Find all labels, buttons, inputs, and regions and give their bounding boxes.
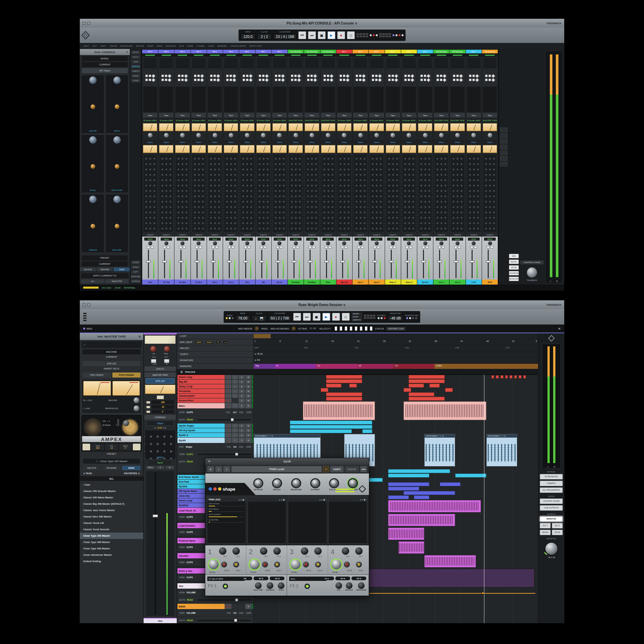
- solo-button[interactable]: S: [238, 389, 245, 393]
- knob-icon[interactable]: [89, 196, 97, 203]
- global-indicators[interactable]: [370, 34, 378, 36]
- tags-toggle[interactable]: ∨ TAGS: [83, 472, 92, 475]
- play-button[interactable]: ▶: [322, 313, 330, 321]
- io-buttons[interactable]: [309, 246, 315, 248]
- fx2-value[interactable]: 50 %: [335, 577, 350, 580]
- tape-section-label[interactable]: Tape: [272, 113, 287, 117]
- saturation-knob[interactable]: [449, 131, 465, 139]
- clip[interactable]: [326, 384, 341, 388]
- record-arm-button[interactable]: ●: [225, 375, 231, 379]
- mixer-channel-strip[interactable]: MIX 2 Tape B Studer A800 Vision: [256, 50, 271, 285]
- console-section-label[interactable]: Vision: [175, 140, 190, 144]
- plugin-power-button[interactable]: ⏻: [323, 466, 329, 472]
- tape-machine-select[interactable]: B Studer A800: [402, 118, 416, 122]
- tape-section-label[interactable]: Tape: [483, 113, 497, 117]
- pan-knob-icon[interactable]: [439, 241, 443, 245]
- mute-button[interactable]: M: [245, 433, 252, 437]
- inserts-slot[interactable]: [337, 57, 352, 69]
- clip[interactable]: INSTRUMENT ⠇♪⠇ G: [424, 434, 455, 466]
- monitor-output-button[interactable]: MONITOR: [540, 516, 563, 522]
- tape-machine-select[interactable]: B Studer A800: [369, 118, 384, 122]
- volume-fader[interactable]: [197, 620, 251, 621]
- channel-name[interactable]: Keys 2: [401, 280, 417, 285]
- pan-knob-icon[interactable]: [359, 241, 363, 245]
- power-button[interactable]: [83, 444, 90, 450]
- tape-power-button[interactable]: [157, 395, 164, 399]
- inserts-slot[interactable]: [175, 57, 190, 69]
- tape-section-label[interactable]: Tape: [450, 113, 465, 117]
- bpm-value[interactable]: 78.00: [235, 315, 250, 321]
- saturation-knob[interactable]: [288, 131, 304, 139]
- clip[interactable]: [349, 384, 357, 388]
- solo-button[interactable]: S: [238, 433, 245, 437]
- console-module[interactable]: HP/LP FILTER: [105, 135, 128, 193]
- rename-button[interactable]: RENAME: [97, 267, 113, 271]
- toolbar-item[interactable]: CUT: [92, 45, 97, 47]
- level-knob[interactable]: [290, 559, 301, 569]
- preset-list-item[interactable]: Classic Vocal Smooth: [80, 526, 143, 533]
- preset-list-item[interactable]: Classic Nice 456 Master: [80, 513, 143, 520]
- sends-section[interactable]: [337, 86, 352, 112]
- toolbar-item[interactable]: SNAP: [147, 45, 153, 47]
- bypass-switch[interactable]: BYPASS: [103, 424, 111, 426]
- mute-button[interactable]: M: [245, 604, 252, 609]
- preset-list-item[interactable]: › User: [80, 482, 143, 488]
- track-name[interactable]: Synth Organ: [177, 424, 225, 428]
- console-section-label[interactable]: Vision: [402, 140, 416, 144]
- fx2-send-knob[interactable]: [273, 547, 281, 555]
- clip[interactable]: [404, 388, 411, 392]
- sends-section[interactable]: [192, 86, 206, 112]
- input-button[interactable]: I: [232, 433, 238, 437]
- record-arm-button[interactable]: SPILL: [225, 398, 231, 403]
- inserts-slot[interactable]: [208, 57, 222, 69]
- console-section-label[interactable]: Vision: [369, 140, 384, 144]
- apply-all-button[interactable]: ALL: [81, 279, 104, 283]
- input-switches[interactable]: [223, 69, 239, 86]
- preset-list-item[interactable]: Clean Ultralinear Master: [80, 552, 143, 558]
- pan-knob-icon[interactable]: [180, 241, 184, 245]
- automation-read-button[interactable]: READ: [241, 238, 253, 241]
- pan-knob-icon[interactable]: [229, 241, 233, 245]
- toolbar-item[interactable]: GRID: [157, 45, 162, 47]
- sends-section[interactable]: [402, 86, 416, 112]
- sends-section[interactable]: [240, 86, 254, 112]
- inserts-slot[interactable]: [483, 57, 497, 69]
- tape-type-control[interactable]: TAPE250: [91, 444, 104, 450]
- io-buttons[interactable]: [487, 246, 493, 248]
- mixer-channel-strip[interactable]: API Summing Tape MASTER TAPE Vision: [449, 50, 465, 285]
- console-modules[interactable]: [467, 154, 481, 233]
- automation-read-button[interactable]: READ: [403, 238, 415, 241]
- clip[interactable]: [500, 375, 503, 379]
- fader-handle[interactable]: [470, 260, 474, 263]
- input-switches[interactable]: [433, 69, 449, 86]
- marker[interactable]: Top: [254, 364, 274, 369]
- rail-button[interactable]: SENDS: [131, 74, 141, 78]
- mixer-window-title[interactable]: PG-Song Mix API CONSOLE - API Console ∨: [80, 21, 564, 25]
- io-buttons[interactable]: [341, 246, 347, 248]
- automation-read-button[interactable]: READ: [484, 238, 496, 241]
- strip-track-name[interactable]: Vox: [144, 618, 177, 623]
- fader-handle[interactable]: [324, 260, 329, 263]
- console-module[interactable]: 550 EQ: [105, 75, 128, 134]
- next-preset-button[interactable]: ›: [223, 466, 230, 472]
- macro-knob[interactable]: DECAY: [272, 478, 282, 491]
- channel-name[interactable]: BUS: [482, 280, 498, 285]
- channel-name[interactable]: DrmSub: [288, 280, 304, 285]
- sends-section[interactable]: [224, 86, 238, 112]
- start-stop-length[interactable]: START STOP LENGTH: [351, 312, 362, 321]
- solo-button[interactable]: S: [238, 403, 245, 408]
- cal-control[interactable]: CAL+6: [105, 444, 118, 450]
- saturation-knob[interactable]: [336, 131, 352, 139]
- fx1-value[interactable]: 45 %: [254, 577, 268, 580]
- clip[interactable]: [326, 379, 362, 383]
- octave-values[interactable]: 2⇩ 8⇧: [310, 327, 317, 330]
- input-button[interactable]: I: [232, 380, 238, 384]
- mono-button[interactable]: MONO: [540, 530, 551, 535]
- saturation-knob[interactable]: [369, 131, 384, 139]
- talkback-knob[interactable]: [526, 267, 538, 278]
- fader-handle[interactable]: [373, 260, 377, 263]
- input-switches[interactable]: [401, 69, 417, 86]
- all-filter[interactable]: ALL: [80, 476, 143, 481]
- fx2-enable-led[interactable]: [305, 584, 310, 589]
- channel-name[interactable]: Vox 2: [449, 280, 465, 285]
